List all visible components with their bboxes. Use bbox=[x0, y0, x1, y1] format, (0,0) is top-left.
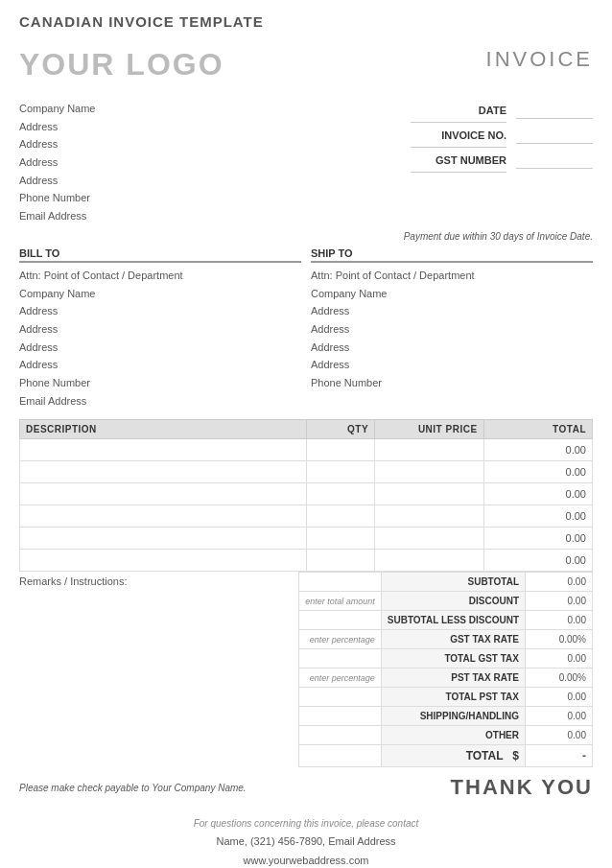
discount-row: enter total amount DISCOUNT 0.00 bbox=[299, 592, 593, 611]
invoice-no-row: INVOICE NO. bbox=[411, 125, 593, 148]
table-row[interactable]: 0.00 bbox=[20, 505, 593, 528]
ship-to-address3: Address bbox=[311, 339, 593, 357]
subtotal-row: SUBTOTAL 0.00 bbox=[299, 573, 593, 592]
subtotal-hint bbox=[299, 573, 382, 592]
other-label: OTHER bbox=[381, 726, 525, 745]
cell-qty[interactable] bbox=[306, 505, 375, 528]
date-label: DATE bbox=[411, 100, 506, 123]
ship-to-attn: Attn: Point of Contact / Department bbox=[311, 267, 593, 285]
total-pst-row: TOTAL PST TAX 0.00 bbox=[299, 688, 593, 707]
shipping-value: 0.00 bbox=[526, 707, 593, 726]
cell-total: 0.00 bbox=[483, 528, 592, 550]
thank-you-section: Please make check payable to Your Compan… bbox=[19, 775, 593, 800]
bill-to-email: Email Address bbox=[19, 392, 301, 411]
cell-unit-price[interactable] bbox=[375, 483, 483, 505]
invoice-no-label: INVOICE NO. bbox=[411, 125, 506, 148]
bill-to: BILL TO Attn: Point of Contact / Departm… bbox=[19, 247, 301, 411]
invoice-no-value[interactable] bbox=[516, 129, 593, 144]
cell-unit-price[interactable] bbox=[375, 528, 483, 550]
cell-unit-price[interactable] bbox=[375, 550, 483, 572]
cell-unit-price[interactable] bbox=[375, 505, 483, 528]
subtotal-value: 0.00 bbox=[526, 573, 593, 592]
discount-value: 0.00 bbox=[526, 592, 593, 611]
total-pst-value: 0.00 bbox=[526, 688, 593, 707]
cell-qty[interactable] bbox=[306, 550, 375, 572]
cell-total: 0.00 bbox=[483, 439, 592, 461]
company-name: Company Name bbox=[19, 100, 95, 118]
company-address1: Address bbox=[19, 118, 95, 136]
payment-due: Payment due within 30 days of Invoice Da… bbox=[19, 231, 593, 242]
bill-to-address3: Address bbox=[19, 339, 301, 357]
total-label: TOTAL $ bbox=[381, 745, 525, 767]
check-payable: Please make check payable to Your Compan… bbox=[19, 783, 247, 793]
table-header-row: DESCRIPTION QTY UNIT PRICE TOTAL bbox=[20, 420, 593, 439]
remarks-area: Remarks / Instructions: bbox=[19, 572, 298, 587]
discount-hint: enter total amount bbox=[299, 592, 382, 611]
header-section: YOUR LOGO INVOICE bbox=[19, 47, 593, 82]
gst-number-row: GST NUMBER bbox=[411, 150, 593, 173]
ship-to-address: Attn: Point of Contact / Department Comp… bbox=[311, 267, 593, 392]
col-description: DESCRIPTION bbox=[20, 420, 307, 439]
footer-section: For questions concerning this invoice, p… bbox=[19, 815, 593, 868]
company-address4: Address bbox=[19, 172, 95, 190]
cell-total: 0.00 bbox=[483, 483, 592, 505]
col-total: TOTAL bbox=[483, 420, 592, 439]
shipping-row: SHIPPING/HANDLING 0.00 bbox=[299, 707, 593, 726]
bill-to-company: Company Name bbox=[19, 285, 301, 303]
cell-description[interactable] bbox=[20, 528, 307, 550]
total-gst-value: 0.00 bbox=[526, 649, 593, 669]
total-pst-hint bbox=[299, 688, 382, 707]
cell-qty[interactable] bbox=[306, 528, 375, 550]
bill-to-address: Attn: Point of Contact / Department Comp… bbox=[19, 267, 301, 411]
bill-to-phone: Phone Number bbox=[19, 374, 301, 392]
bill-to-attn: Attn: Point of Contact / Department bbox=[19, 267, 301, 285]
cell-qty[interactable] bbox=[306, 461, 375, 483]
col-qty: QTY bbox=[306, 420, 375, 439]
remarks-label: Remarks / Instructions: bbox=[19, 575, 127, 587]
cell-description[interactable] bbox=[20, 483, 307, 505]
ship-to-phone: Phone Number bbox=[311, 374, 593, 392]
cell-unit-price[interactable] bbox=[375, 461, 483, 483]
cell-description[interactable] bbox=[20, 461, 307, 483]
table-row[interactable]: 0.00 bbox=[20, 439, 593, 461]
pst-rate-label: PST TAX RATE bbox=[381, 669, 525, 688]
gst-rate-label: GST TAX RATE bbox=[381, 630, 525, 649]
total-gst-row: TOTAL GST TAX 0.00 bbox=[299, 649, 593, 669]
thank-you-text: THANK YOU bbox=[451, 775, 593, 800]
cell-qty[interactable] bbox=[306, 483, 375, 505]
shipping-label: SHIPPING/HANDLING bbox=[381, 707, 525, 726]
total-row: TOTAL $ - bbox=[299, 745, 593, 767]
table-row[interactable]: 0.00 bbox=[20, 483, 593, 505]
logo: YOUR LOGO bbox=[19, 47, 224, 82]
gst-rate-hint: enter percentage bbox=[299, 630, 382, 649]
company-address2: Address bbox=[19, 135, 95, 153]
cell-description[interactable] bbox=[20, 439, 307, 461]
cell-qty[interactable] bbox=[306, 439, 375, 461]
totals-right: SUBTOTAL 0.00 enter total amount DISCOUN… bbox=[298, 572, 593, 767]
table-row[interactable]: 0.00 bbox=[20, 550, 593, 572]
company-address3: Address bbox=[19, 153, 95, 172]
cell-unit-price[interactable] bbox=[375, 439, 483, 461]
footer-contact-info: Name, (321) 456-7890, Email Address bbox=[19, 833, 593, 852]
total-gst-hint bbox=[299, 649, 382, 669]
total-gst-label: TOTAL GST TAX bbox=[381, 649, 525, 669]
bill-to-address1: Address bbox=[19, 302, 301, 320]
company-email: Email Address bbox=[19, 207, 95, 225]
bill-to-header: BILL TO bbox=[19, 247, 301, 263]
total-pst-label: TOTAL PST TAX bbox=[381, 688, 525, 707]
bill-to-address4: Address bbox=[19, 356, 301, 374]
pst-rate-value: 0.00% bbox=[526, 669, 593, 688]
cell-total: 0.00 bbox=[483, 505, 592, 528]
cell-description[interactable] bbox=[20, 550, 307, 572]
table-row[interactable]: 0.00 bbox=[20, 461, 593, 483]
pst-rate-hint: enter percentage bbox=[299, 669, 382, 688]
col-unit-price: UNIT PRICE bbox=[375, 420, 483, 439]
cell-description[interactable] bbox=[20, 505, 307, 528]
ship-to-address1: Address bbox=[311, 302, 593, 320]
pst-rate-row: enter percentage PST TAX RATE 0.00% bbox=[299, 669, 593, 688]
gst-number-value[interactable] bbox=[516, 153, 593, 169]
date-row: DATE bbox=[411, 100, 593, 123]
table-row[interactable]: 0.00 bbox=[20, 528, 593, 550]
date-value[interactable] bbox=[516, 104, 593, 119]
info-section: Company Name Address Address Address Add… bbox=[19, 100, 593, 225]
